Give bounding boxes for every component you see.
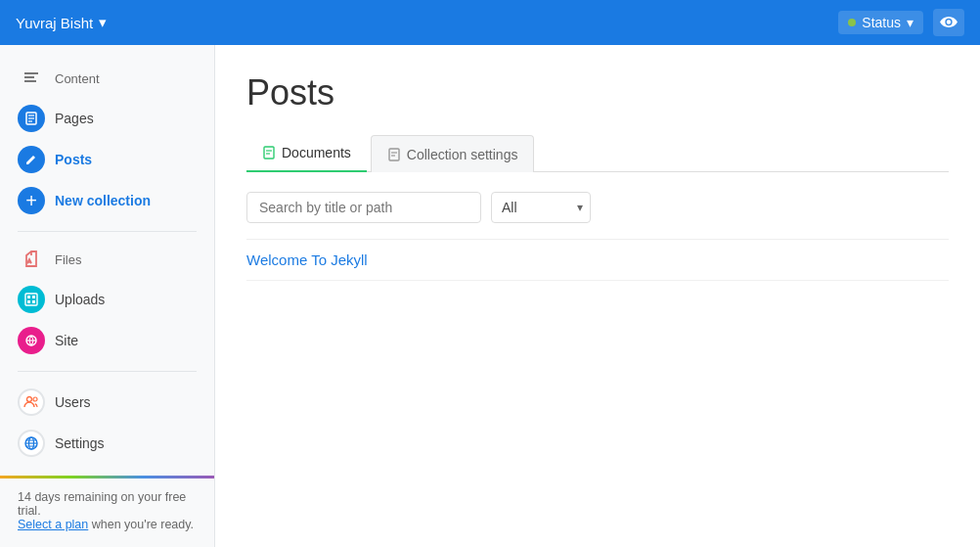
main-layout: Content Pages Posts — [0, 45, 980, 547]
filter-select-wrap: All Draft Published — [491, 192, 591, 223]
site-icon — [18, 327, 45, 354]
table-row: Welcome To Jekyll — [246, 240, 949, 281]
uploads-label: Uploads — [55, 292, 105, 307]
document-list: Welcome To Jekyll — [246, 239, 949, 281]
collection-settings-tab-label: Collection settings — [407, 147, 518, 162]
users-label: Users — [55, 394, 91, 410]
svg-rect-5 — [27, 296, 30, 298]
sidebar-item-pages[interactable]: Pages — [0, 98, 214, 139]
sidebar-content-section: Content — [0, 61, 214, 98]
svg-rect-21 — [389, 149, 399, 160]
tab-collection-settings[interactable]: Collection settings — [371, 135, 535, 172]
user-name: Yuvraj Bisht — [16, 15, 93, 31]
status-chevron-icon: ▾ — [907, 15, 913, 30]
sidebar-item-settings[interactable]: Settings — [0, 423, 214, 464]
documents-tab-icon — [262, 146, 276, 160]
svg-rect-6 — [32, 296, 35, 298]
user-dropdown-icon: ▾ — [99, 14, 107, 31]
content-icon — [18, 65, 45, 92]
uploads-icon — [18, 286, 45, 313]
footer-suffix: when you're ready. — [92, 518, 194, 531]
filter-select[interactable]: All Draft Published — [491, 192, 591, 223]
document-link[interactable]: Welcome To Jekyll — [246, 251, 368, 268]
sidebar-item-posts[interactable]: Posts — [0, 139, 214, 180]
settings-icon — [18, 430, 45, 457]
sidebar-divider-2 — [18, 371, 197, 372]
svg-rect-4 — [25, 294, 37, 305]
topnav-right: Status ▾ — [838, 9, 964, 36]
tabs: Documents Collection settings — [246, 135, 949, 172]
status-label: Status — [862, 15, 901, 30]
site-label: Site — [55, 333, 78, 348]
pages-label: Pages — [55, 111, 94, 126]
files-label: Files — [55, 252, 81, 267]
sidebar-files-section: Files — [0, 242, 214, 279]
posts-label: Posts — [55, 152, 92, 167]
page-title: Posts — [246, 72, 949, 114]
settings-label: Settings — [55, 435, 105, 451]
pages-icon — [18, 105, 45, 132]
sidebar-item-site[interactable]: Site — [0, 320, 214, 361]
sidebar-content-label: Content — [55, 71, 100, 86]
search-row: All Draft Published — [246, 192, 949, 223]
select-plan-link[interactable]: Select a plan — [18, 518, 88, 531]
eye-icon — [940, 17, 958, 28]
sidebar-item-users[interactable]: Users — [0, 382, 214, 423]
user-menu[interactable]: Yuvraj Bisht ▾ — [16, 14, 107, 31]
sidebar-item-uploads[interactable]: Uploads — [0, 279, 214, 320]
search-input[interactable] — [246, 192, 481, 223]
collection-settings-tab-icon — [387, 148, 401, 161]
sidebar-divider-1 — [18, 231, 197, 232]
status-button[interactable]: Status ▾ — [838, 11, 923, 34]
svg-point-11 — [27, 397, 32, 402]
tab-documents[interactable]: Documents — [246, 135, 367, 172]
new-collection-label: New collection — [55, 193, 151, 208]
preview-button[interactable] — [933, 9, 964, 36]
status-dot — [848, 19, 856, 26]
svg-rect-7 — [27, 300, 30, 303]
new-collection-icon: + — [18, 187, 45, 214]
svg-point-12 — [33, 397, 37, 401]
users-icon — [18, 388, 45, 416]
posts-icon — [18, 146, 45, 173]
files-section-icon — [18, 246, 45, 273]
sidebar-item-new-collection[interactable]: + New collection — [0, 180, 214, 221]
svg-rect-8 — [32, 300, 35, 303]
svg-rect-18 — [264, 147, 274, 159]
sidebar: Content Pages Posts — [0, 45, 215, 547]
footer-text: 14 days remaining on your free trial. — [18, 490, 186, 518]
sidebar-footer: 14 days remaining on your free trial. Se… — [0, 476, 214, 547]
documents-tab-label: Documents — [282, 145, 351, 160]
main-content: Posts Documents Collection settings — [215, 45, 980, 547]
topnav: Yuvraj Bisht ▾ Status ▾ — [0, 0, 980, 45]
